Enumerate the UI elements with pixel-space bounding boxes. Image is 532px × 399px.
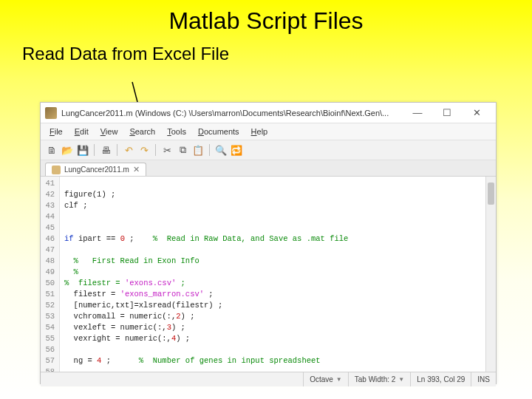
status-language[interactable]: Octave▼ — [303, 372, 348, 386]
search-icon[interactable]: 🔍 — [214, 143, 228, 157]
toolbar: 🗎 📂 💾 🖶 ↶ ↷ ✂ ⧉ 📋 🔍 🔁 — [41, 140, 496, 160]
chevron-down-icon: ▼ — [398, 376, 404, 383]
maximize-button[interactable]: ☐ — [437, 106, 457, 120]
tabbar: LungCancer2011.m ✕ — [41, 160, 496, 177]
status-tab-width[interactable]: Tab Width: 2▼ — [348, 372, 411, 386]
editor-window: LungCancer2011.m (Windows (C:) \Users\ma… — [40, 102, 497, 384]
chevron-down-icon: ▼ — [336, 376, 342, 383]
titlebar: LungCancer2011.m (Windows (C:) \Users\ma… — [41, 103, 496, 123]
window-controls: — ☐ ✕ — [407, 106, 491, 120]
toolbar-separator — [94, 144, 95, 156]
slide-title: Matlab Script Files — [0, 0, 532, 35]
menubar: File Edit View Search Tools Documents He… — [41, 123, 496, 140]
minimize-button[interactable]: — — [407, 106, 428, 120]
menu-search[interactable]: Search — [123, 125, 161, 138]
new-file-icon[interactable]: 🗎 — [45, 143, 58, 157]
toolbar-separator — [209, 144, 210, 156]
tab-label: LungCancer2011.m — [64, 166, 129, 174]
toolbar-separator — [117, 144, 117, 156]
replace-icon[interactable]: 🔁 — [230, 143, 243, 157]
menu-tools[interactable]: Tools — [161, 125, 192, 138]
file-icon — [52, 166, 61, 174]
menu-view[interactable]: View — [95, 125, 124, 138]
redo-icon[interactable]: ↷ — [137, 143, 151, 157]
tab-close-icon[interactable]: ✕ — [133, 165, 140, 174]
cut-icon[interactable]: ✂ — [160, 143, 174, 157]
undo-icon[interactable]: ↶ — [122, 143, 135, 157]
print-icon[interactable]: 🖶 — [99, 143, 112, 157]
file-tab[interactable]: LungCancer2011.m ✕ — [45, 163, 146, 176]
toolbar-separator — [155, 144, 156, 156]
menu-documents[interactable]: Documents — [192, 125, 245, 138]
menu-edit[interactable]: Edit — [69, 125, 95, 138]
save-file-icon[interactable]: 💾 — [76, 143, 89, 157]
code-editor[interactable]: 41424344454647484950515253545556575859 f… — [41, 177, 496, 372]
copy-icon[interactable]: ⧉ — [176, 143, 189, 157]
line-gutter: 41424344454647484950515253545556575859 — [41, 177, 60, 372]
close-window-button[interactable]: ✕ — [466, 106, 487, 120]
paste-icon[interactable]: 📋 — [191, 143, 205, 157]
status-cursor-position: Ln 393, Col 29 — [410, 372, 471, 386]
open-file-icon[interactable]: 📂 — [61, 143, 74, 157]
window-title: LungCancer2011.m (Windows (C:) \Users\ma… — [61, 109, 407, 117]
menu-file[interactable]: File — [44, 125, 69, 138]
code-area[interactable]: figure(1) ;clf ; if ipart == 0 ; % Read … — [60, 177, 352, 372]
statusbar: Octave▼ Tab Width: 2▼ Ln 393, Col 29 INS — [41, 372, 496, 386]
status-insert-mode[interactable]: INS — [471, 372, 496, 386]
slide-subtitle: Read Data from Excel File — [0, 35, 532, 64]
menu-help[interactable]: Help — [245, 125, 274, 138]
app-icon — [45, 107, 57, 119]
vertical-scrollbar[interactable] — [485, 177, 496, 372]
